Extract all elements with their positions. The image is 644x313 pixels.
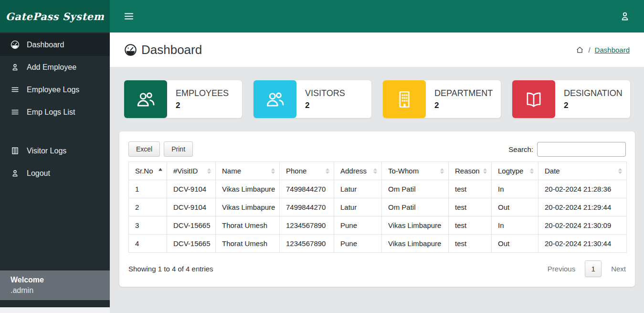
home-icon[interactable] bbox=[576, 46, 584, 54]
sidebar-item-label: Employee Logs bbox=[27, 86, 79, 94]
column-header-visitid[interactable]: #VisitID bbox=[167, 162, 216, 180]
stat-card-visitors: VISITORS 2 bbox=[253, 80, 371, 118]
sidebar-item-logout[interactable]: Logout bbox=[0, 162, 110, 184]
stat-label: DEPARTMENT bbox=[434, 88, 493, 98]
sort-icon bbox=[530, 168, 534, 174]
column-header-date[interactable]: Date bbox=[538, 162, 627, 180]
list-icon bbox=[11, 108, 20, 117]
table-cell: 1234567890 bbox=[280, 235, 334, 253]
welcome-username: .admin bbox=[11, 286, 110, 295]
gauge-icon bbox=[124, 43, 137, 56]
book-icon bbox=[512, 80, 555, 118]
column-header-name[interactable]: Name bbox=[216, 162, 280, 180]
column-header-towhom[interactable]: To-Whom bbox=[382, 162, 449, 180]
page-title-text: Dashboard bbox=[141, 43, 202, 57]
sort-icon bbox=[483, 168, 487, 174]
content-header: Dashboard / Dashboard bbox=[110, 32, 644, 67]
breadcrumb-current-link[interactable]: Dashboard bbox=[595, 46, 630, 54]
table-cell: 20-02-2024 21:28:36 bbox=[538, 180, 627, 198]
table-cell: Latur bbox=[334, 180, 382, 198]
sort-asc-icon bbox=[158, 168, 162, 174]
table-info-text: Showing 1 to 4 of 4 entries bbox=[128, 265, 213, 273]
table-cell: 20-02-2024 21:30:44 bbox=[538, 235, 627, 253]
column-header-phone[interactable]: Phone bbox=[280, 162, 334, 180]
column-header-address[interactable]: Address bbox=[334, 162, 382, 180]
sort-icon bbox=[440, 168, 444, 174]
stat-value: 2 bbox=[564, 101, 623, 110]
table-toolbar: Excel Print Search: bbox=[128, 141, 626, 157]
sidebar-item-add-employee[interactable]: Add Employee bbox=[0, 56, 110, 78]
search-label: Search: bbox=[508, 145, 533, 153]
sidebar-nav: Dashboard Add Employee Employee Logs Emp… bbox=[0, 32, 110, 184]
stat-card-department: DEPARTMENT 2 bbox=[383, 80, 501, 118]
table-header-row: Sr.No #VisitID Name Phone Address To-Who… bbox=[129, 162, 627, 180]
table-cell: DCV-15665 bbox=[167, 216, 216, 235]
stat-value: 2 bbox=[305, 101, 345, 110]
table-cell: 1 bbox=[129, 180, 167, 198]
table-footer: Showing 1 to 4 of 4 entries Previous 1 N… bbox=[128, 260, 626, 277]
sidebar-item-label: Dashboard bbox=[27, 41, 64, 49]
next-page-button[interactable]: Next bbox=[611, 265, 626, 273]
stat-label: EMPLOYEES bbox=[176, 88, 229, 98]
sidebar-item-employee-logs[interactable]: Employee Logs bbox=[0, 78, 110, 101]
sidebar: GatePass System Dashboard Add Employee E… bbox=[0, 0, 110, 313]
stat-card-designation: DESIGNATION 2 bbox=[512, 80, 630, 118]
sidebar-item-label: Logout bbox=[27, 169, 50, 178]
table-cell: 1234567890 bbox=[280, 216, 334, 235]
table-cell: DCV-15665 bbox=[167, 235, 216, 253]
sort-icon bbox=[207, 168, 211, 174]
table-cell: Vikas Limbapure bbox=[216, 180, 280, 198]
table-cell: Out bbox=[492, 235, 538, 253]
column-header-srno[interactable]: Sr.No bbox=[129, 162, 167, 180]
sort-icon bbox=[271, 168, 275, 174]
hamburger-menu-icon[interactable] bbox=[123, 11, 135, 22]
sort-icon bbox=[326, 168, 329, 174]
people-icon bbox=[253, 80, 296, 118]
table-cell: 20-02-2024 21:29:44 bbox=[538, 198, 627, 216]
breadcrumb: / Dashboard bbox=[576, 46, 630, 54]
breadcrumb-separator: / bbox=[588, 46, 590, 54]
sidebar-item-label: Add Employee bbox=[27, 63, 76, 72]
page-title: Dashboard bbox=[124, 43, 202, 57]
app-window: GatePass System Dashboard Add Employee E… bbox=[0, 0, 644, 313]
column-header-reason[interactable]: Reason bbox=[449, 162, 492, 180]
table-cell: Om Patil bbox=[382, 198, 449, 216]
brand-title: GatePass System bbox=[6, 11, 104, 22]
content-body: EMPLOYEES 2 VISITORS 2 DEPARTMENT 2 bbox=[110, 67, 644, 313]
table-cell: Thorat Umesh bbox=[216, 216, 280, 235]
sidebar-item-label: Visitor Logs bbox=[27, 147, 66, 155]
table-row: 2 DCV-9104 Vikas Limbapure 7499844270 La… bbox=[129, 198, 627, 216]
table-cell: In bbox=[492, 180, 538, 198]
pagination: Previous 1 Next bbox=[548, 260, 626, 277]
sidebar-item-emp-logs-list[interactable]: Emp Logs List bbox=[0, 101, 110, 123]
page-number-button[interactable]: 1 bbox=[585, 260, 602, 277]
welcome-title: Welcome bbox=[11, 276, 110, 284]
table-row: 4 DCV-15665 Thorat Umesh 1234567890 Pune… bbox=[129, 235, 627, 253]
table-cell: Vikas Limbapure bbox=[382, 235, 449, 253]
table-cell: test bbox=[449, 198, 492, 216]
table-cell: Om Patil bbox=[382, 180, 449, 198]
search-input[interactable] bbox=[537, 142, 626, 157]
stat-value: 2 bbox=[176, 101, 229, 110]
stat-card-employees: EMPLOYEES 2 bbox=[124, 80, 242, 118]
previous-page-button[interactable]: Previous bbox=[548, 265, 575, 273]
sidebar-item-visitor-logs[interactable]: Visitor Logs bbox=[0, 140, 110, 162]
visitor-log-table: Sr.No #VisitID Name Phone Address To-Who… bbox=[128, 162, 627, 253]
table-cell: Latur bbox=[334, 198, 382, 216]
print-button[interactable]: Print bbox=[164, 141, 193, 157]
stat-label: DESIGNATION bbox=[564, 88, 623, 98]
stat-label: VISITORS bbox=[305, 88, 345, 98]
excel-export-button[interactable]: Excel bbox=[128, 141, 160, 157]
table-cell: test bbox=[449, 180, 492, 198]
table-cell: Vikas Limbapure bbox=[216, 198, 280, 216]
user-account-icon[interactable] bbox=[619, 11, 631, 22]
people-icon bbox=[124, 80, 167, 118]
table-cell: Thorat Umesh bbox=[216, 235, 280, 253]
person-icon bbox=[11, 169, 20, 178]
table-cell: 3 bbox=[129, 216, 167, 235]
column-header-logtype[interactable]: Logtype bbox=[492, 162, 538, 180]
table-cell: Out bbox=[492, 198, 538, 216]
sidebar-item-dashboard[interactable]: Dashboard bbox=[0, 33, 110, 56]
table-cell: Vikas Limbapure bbox=[382, 216, 449, 235]
table-cell: 4 bbox=[129, 235, 167, 253]
